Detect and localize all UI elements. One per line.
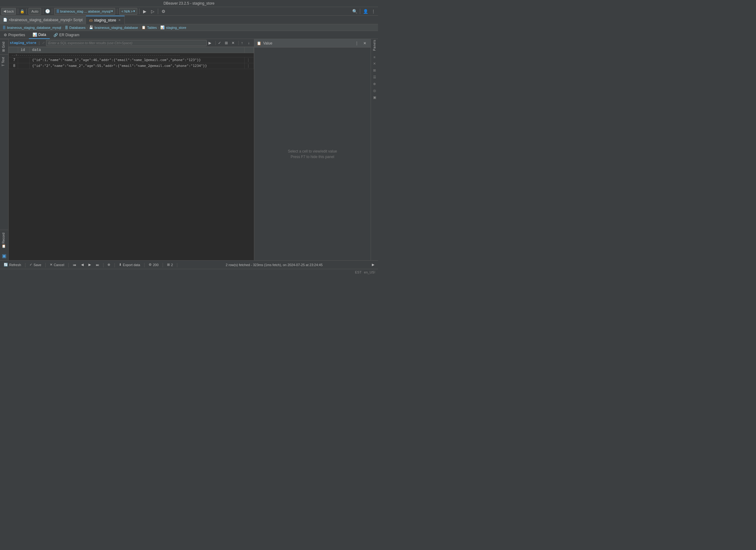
- table-row[interactable]: 7 {"id":1,"name":"name_1","age":46,"addr…: [9, 57, 254, 63]
- col-header-id[interactable]: id: [18, 47, 30, 53]
- toolbar-sep-5: [117, 9, 117, 14]
- table-tab-icon: 🗃: [89, 18, 92, 22]
- toolbar-sep-8: [360, 9, 360, 14]
- right-panel-icon-1[interactable]: ≡: [372, 54, 378, 60]
- cell-id-1[interactable]: [18, 57, 30, 63]
- nav-last-btn[interactable]: ⏭: [95, 263, 100, 267]
- connection-selector[interactable]: 🗄 braineous_stag ... atabase_mysql ▾: [54, 8, 115, 15]
- properties-icon: ⚙: [4, 33, 7, 37]
- right-panel-icon-2[interactable]: ✕: [372, 61, 378, 67]
- timezone-label: EST: [355, 271, 361, 274]
- script-tab-icon: 📄: [3, 18, 7, 22]
- apply-filter-btn[interactable]: ✓: [217, 40, 223, 46]
- filter-icon-status: ⊞: [167, 263, 170, 267]
- breadcrumb-databases[interactable]: Databases: [69, 26, 86, 29]
- order-asc-btn[interactable]: ↑: [240, 40, 246, 46]
- save-button[interactable]: ✓ Save: [28, 262, 42, 267]
- clear-filter-btn[interactable]: ✕: [231, 40, 236, 46]
- status-right-btn[interactable]: ▶: [371, 262, 376, 267]
- value-hint-line1: Select a cell to view/edit value: [288, 149, 337, 154]
- filter-options-btn[interactable]: ⊞: [224, 40, 230, 46]
- side-label-text[interactable]: T Text: [0, 54, 8, 69]
- schema-selector[interactable]: < N/A > ▾: [119, 8, 137, 15]
- breadcrumb-db-icon: 🗄: [2, 26, 6, 29]
- row-count-button[interactable]: ⊞ 2: [166, 262, 174, 267]
- cell-data-1[interactable]: {"id":1,"name":"name_1","age":46,"addr":…: [29, 57, 245, 63]
- sub-tab-properties[interactable]: ⚙ Properties: [0, 31, 29, 39]
- tab-staging-store[interactable]: 🗃 staging_store ✕: [86, 16, 125, 24]
- toolbar-sep-7: [158, 9, 158, 14]
- execute-filter-btn[interactable]: ▶: [208, 40, 213, 46]
- right-panel: Panels ≡ ✕ ⊞ ☰ ⊕ ◎ ▣: [371, 39, 378, 260]
- cancel-button[interactable]: ✕ Cancel: [49, 262, 65, 267]
- refresh-button[interactable]: 🔄 Refresh: [2, 262, 22, 267]
- tab-script[interactable]: 📄 <braineous_staging_database_mysql> Scr…: [0, 16, 86, 24]
- breadcrumb-connection[interactable]: braineous_staging_database_mysql: [7, 26, 61, 29]
- user-button[interactable]: 👤: [362, 8, 369, 15]
- row-num-2: 8: [9, 63, 18, 69]
- right-panel-icon-3[interactable]: ⊞: [372, 68, 378, 74]
- right-panel-icon-4[interactable]: ☰: [372, 74, 378, 80]
- breadcrumb-tables[interactable]: Tables: [147, 26, 157, 29]
- more-button[interactable]: ⋮: [370, 8, 377, 15]
- tab-close-button[interactable]: ✕: [118, 18, 121, 22]
- table-name-label[interactable]: staging_store: [10, 41, 36, 45]
- side-labels: ⊞ Grid T Text 📋 Record ▣: [0, 39, 9, 260]
- nav-first-btn[interactable]: ⏮: [72, 263, 77, 267]
- grid-area[interactable]: id data --+-----------------------------…: [9, 47, 254, 260]
- refresh-label: Refresh: [9, 263, 21, 267]
- settings-button[interactable]: ⚙: [160, 8, 167, 15]
- back-button[interactable]: ◀ back: [1, 8, 16, 15]
- sub-tab-er-diagram[interactable]: 🔗 ER Diagram: [50, 31, 83, 39]
- locale-icon: ⁝: [374, 270, 376, 274]
- main-content: ⊞ Grid T Text 📋 Record ▣ staging_store |…: [0, 39, 378, 260]
- main-toolbar: ◀ back 🔒 Auto 🕐 🗄 braineous_stag ... ata…: [0, 7, 378, 16]
- breadcrumb-icon-tables: 📋: [142, 25, 146, 29]
- value-panel: 📋 Value ⋮ ✕ Select a cell to view/edit v…: [254, 39, 371, 260]
- order-desc-btn[interactable]: ↓: [247, 40, 253, 46]
- right-panel-icon-6[interactable]: ◎: [372, 88, 378, 94]
- breadcrumb-icon-table: 📊: [160, 25, 165, 29]
- status-bar: 🔄 Refresh | ✓ Save | ✕ Cancel | ⏮ ◀ ▶ ⏭ …: [0, 260, 378, 269]
- side-label-record[interactable]: 📋 Record: [0, 230, 8, 251]
- right-panel-icon-5[interactable]: ⊕: [372, 81, 378, 87]
- window-title: DBeaver 23.2.5 - staging_store: [163, 1, 214, 6]
- breadcrumb-database[interactable]: braineous_staging_database: [95, 26, 138, 29]
- side-icon-bottom[interactable]: ▣: [0, 251, 8, 260]
- export-button[interactable]: ⬇ Export data: [118, 262, 141, 267]
- value-panel-title: 📋 Value: [257, 41, 272, 45]
- breadcrumb-bar: 🗄 braineous_staging_database_mysql › 🗄 D…: [0, 24, 378, 31]
- value-panel-more-btn[interactable]: ⋮: [353, 40, 360, 47]
- right-panel-icon-7[interactable]: ▣: [372, 95, 378, 101]
- run-button[interactable]: ▶: [141, 8, 148, 15]
- cell-id-2[interactable]: [18, 63, 30, 69]
- auto-button[interactable]: Auto: [29, 8, 41, 15]
- cell-data-2[interactable]: {"id":"2","name":"name_2","age":55,"addr…: [29, 63, 245, 69]
- nav-prev-btn[interactable]: ◀: [80, 262, 85, 267]
- breadcrumb-table[interactable]: staging_store: [166, 26, 186, 29]
- filter-input[interactable]: [46, 40, 207, 46]
- status-bar-2: EST en_US ⁝: [0, 269, 378, 275]
- data-label: Data: [38, 33, 46, 37]
- history-icon: 🕐: [45, 9, 50, 14]
- limit-value: 200: [153, 263, 158, 267]
- er-icon: 🔗: [53, 33, 58, 37]
- limit-button[interactable]: ⚙ 200: [147, 262, 160, 267]
- value-panel-close-btn[interactable]: ✕: [361, 40, 368, 47]
- col-header-end: [245, 47, 254, 53]
- panels-label[interactable]: Panels: [373, 40, 376, 51]
- toolbar-sep-1: [18, 9, 18, 14]
- table-row[interactable]: 8 {"id":"2","name":"name_2","age":55,"ad…: [9, 63, 254, 69]
- sub-tab-data[interactable]: 📊 Data: [29, 31, 50, 39]
- run-script-button[interactable]: ▷: [149, 8, 156, 15]
- nav-copy-btn[interactable]: ⊕: [106, 262, 111, 267]
- nav-next-btn[interactable]: ▶: [87, 262, 92, 267]
- col-header-data[interactable]: data: [29, 47, 245, 53]
- toolbar-sep-4: [52, 9, 52, 14]
- side-label-grid[interactable]: ⊞ Grid: [0, 39, 8, 54]
- data-area: staging_store | ⤢ ▶ ✓ ⊞ ✕ ↑ ↓ id data: [9, 39, 254, 260]
- search-button[interactable]: 🔍: [351, 8, 358, 15]
- toolbar-sep-6: [139, 9, 139, 14]
- expand-icon[interactable]: ⤢: [42, 41, 45, 45]
- table-tab-label: staging_store: [94, 18, 116, 22]
